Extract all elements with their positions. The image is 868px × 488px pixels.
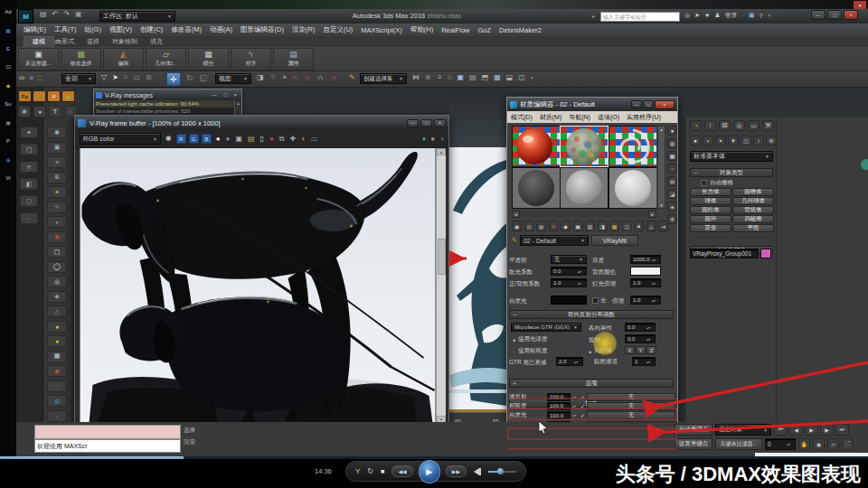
plugin-icon[interactable]: ❃ <box>18 106 31 117</box>
plugin-button[interactable]: ✖ <box>47 90 61 102</box>
selfillum-swatch[interactable] <box>551 296 587 305</box>
map-button[interactable]: 无 <box>587 393 675 401</box>
radio-on[interactable]: ● <box>589 349 591 354</box>
axis-x-button[interactable]: X <box>625 346 635 354</box>
plugin-button[interactable]: Fp <box>18 90 32 102</box>
primitive-button[interactable]: 长方体 <box>690 188 731 196</box>
primitive-button[interactable]: 四棱锥 <box>732 215 774 223</box>
toolbar-icon[interactable]: ◠ <box>47 380 67 392</box>
mateditor-titlebar[interactable]: 材质编辑器 - 02 - Default — □ × <box>507 98 677 111</box>
gi-checkbox[interactable] <box>592 297 599 304</box>
desktop-icon[interactable]: Cl <box>5 64 11 70</box>
mateditor-tool-icon[interactable]: ◎ <box>524 221 534 231</box>
desktop-icon[interactable]: W <box>5 175 11 181</box>
toolbar-icon[interactable]: ∿ <box>47 202 67 213</box>
panel-tab-icon[interactable]: ⚄ <box>719 120 731 131</box>
subtab-icon[interactable]: ⚙ <box>766 136 777 145</box>
material-slot[interactable] <box>609 126 656 167</box>
fb-close-button[interactable]: × <box>434 119 446 127</box>
snap-toggle-icon[interactable]: ∩ <box>291 73 297 82</box>
me-minimize-button[interactable]: — <box>631 100 642 108</box>
player-repeat-icon[interactable]: ↻ <box>367 467 373 475</box>
menu-item[interactable]: GoZ <box>477 26 491 34</box>
toolbar-icon[interactable]: ▭ <box>134 73 141 81</box>
toolbar-icon[interactable]: ▽ <box>101 73 107 81</box>
gtr-field[interactable]: 2.0▴▾ <box>556 357 583 366</box>
fb-toolbar-icon[interactable]: ▯ <box>260 135 264 143</box>
map-amount-field[interactable]: 100.0 <box>547 402 571 410</box>
ribbon-button[interactable]: ▱ 几何体(... <box>146 48 186 70</box>
toolbar-icon[interactable]: + <box>282 73 287 81</box>
vray-messages-controls[interactable]: — □ × <box>212 92 240 98</box>
desktop-icon[interactable]: Su <box>5 101 11 107</box>
map-button[interactable]: 无 <box>587 402 675 410</box>
undo-icon[interactable]: ↶ <box>52 10 59 18</box>
mateditor-side-icon[interactable]: ◍ <box>667 138 677 148</box>
subtab-icon[interactable]: ● <box>690 136 701 145</box>
subtab-icon[interactable]: ◫ <box>741 136 751 145</box>
volume-knob[interactable] <box>497 468 504 474</box>
material-slot-active[interactable] <box>560 126 608 167</box>
fb-toolbar-icon[interactable]: ◐ <box>301 135 306 143</box>
backcolor-swatch[interactable] <box>630 267 661 276</box>
slot-vscrollbar[interactable]: ▴ ▾ <box>657 126 665 209</box>
pick-material-icon[interactable]: ✎ <box>512 237 517 244</box>
toolbar-icon[interactable]: • <box>531 73 533 81</box>
overlay-close-icon[interactable]: × <box>854 1 866 9</box>
snap-toggle-icon[interactable]: ∩ <box>304 73 309 82</box>
toolbar-icon[interactable]: ⁘ <box>270 73 277 81</box>
auto-key-button[interactable]: 自动关键点 <box>675 424 712 436</box>
toolbar-icon[interactable]: ▦ <box>47 351 67 362</box>
viewport-nav-button[interactable]: ◉ <box>813 438 825 450</box>
viewport-nav-button[interactable]: ⛶ <box>842 438 854 450</box>
primitive-button[interactable]: 几何球体 <box>732 197 774 205</box>
fb-toolbar-icon[interactable]: ✛ <box>289 135 296 143</box>
primitive-button[interactable]: 圆柱体 <box>690 206 731 214</box>
player-play-button[interactable]: ▶ <box>419 460 440 483</box>
ribbon-button[interactable]: ◭ 编辑 <box>103 48 144 70</box>
app-logo-icon[interactable]: M <box>18 9 33 23</box>
fb-toolbar-icon[interactable]: ● <box>421 135 426 143</box>
me-maximize-button[interactable]: □ <box>643 100 654 108</box>
frontback-field[interactable]: 1.0▴▾ <box>551 278 587 287</box>
plugin-button[interactable]: ● <box>33 90 46 102</box>
selected-obj-dropdown[interactable]: 选定对象▼ <box>715 424 771 436</box>
object-color-swatch[interactable] <box>760 249 771 258</box>
toolbar-icon[interactable]: ▫ <box>20 212 38 224</box>
primitive-button[interactable]: 茶壶 <box>690 224 731 232</box>
menu-item[interactable]: 渲染(R) <box>292 25 315 34</box>
mateditor-tool-icon[interactable]: ▥ <box>585 221 595 231</box>
plugin-icon[interactable]: T <box>49 106 61 117</box>
named-selection-dropdown[interactable]: 创建选择集▼ <box>360 73 407 84</box>
snap-toggle-icon[interactable]: ∩ <box>317 73 323 82</box>
panel-tab-icon[interactable]: ⚒ <box>762 120 774 131</box>
mateditor-tool-icon[interactable]: ◫ <box>622 221 632 231</box>
toolbar-icon[interactable]: ▣ <box>458 73 465 81</box>
ribbon-tab[interactable]: 对象绘制 <box>112 37 137 46</box>
toolbar-icon[interactable]: ◫ <box>518 73 525 81</box>
redo-icon[interactable]: ↷ <box>63 10 70 18</box>
subtab-icon[interactable]: ◖ <box>703 136 713 145</box>
mateditor-tool-icon[interactable]: ◍ <box>536 221 546 231</box>
desktop-icon[interactable]: P <box>6 138 10 144</box>
desktop-icon[interactable]: ◆ <box>6 82 11 89</box>
reference-coord-dropdown[interactable]: 视图▼ <box>215 73 251 84</box>
menu-item[interactable]: 工具(T) <box>54 25 77 34</box>
mateditor-menu-item[interactable]: 选项(O) <box>598 113 619 122</box>
exchange-icon[interactable]: ▣ <box>749 12 755 19</box>
toolbar-icon[interactable]: ⌂ <box>448 73 452 81</box>
panel-tab-icon[interactable]: ▭ <box>748 120 760 131</box>
mateditor-side-icon[interactable]: ● <box>667 126 677 136</box>
lightmult-field[interactable]: 1.0▴▾ <box>630 278 661 287</box>
toolbar-icon[interactable]: ◆ <box>47 365 67 377</box>
player-forward-button[interactable]: ▶▶ <box>446 465 467 477</box>
ribbon-button[interactable]: ϟ 对齐 <box>231 48 271 70</box>
plugin-icon[interactable]: ● <box>33 106 46 117</box>
toolbar-icon[interactable]: △ <box>47 305 67 317</box>
fetch-icon[interactable]: ▣ <box>75 10 82 18</box>
toolbar-icon[interactable]: ∝ <box>28 73 33 82</box>
toolbar-icon[interactable]: ⬒ <box>482 73 489 81</box>
menu-item[interactable]: DebrisMaker2 <box>499 26 542 34</box>
maximize-button[interactable]: □ <box>827 10 842 20</box>
toolbar-icon[interactable]: ◨ <box>257 73 264 81</box>
